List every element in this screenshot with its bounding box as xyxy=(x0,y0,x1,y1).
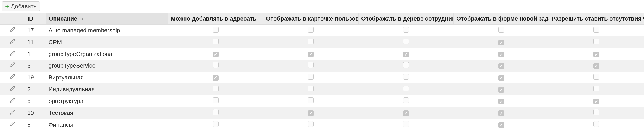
col-description[interactable]: Описание ▲ xyxy=(46,13,168,25)
checkbox[interactable] xyxy=(403,121,409,127)
checkbox[interactable] xyxy=(308,121,314,127)
cell-checkbox xyxy=(358,119,454,128)
cell-checkbox xyxy=(263,71,358,83)
checkbox[interactable] xyxy=(213,39,218,44)
checkbox[interactable] xyxy=(308,62,314,68)
col-id[interactable]: ID xyxy=(24,13,46,25)
table-row: 2Индивидуальная xyxy=(0,83,644,95)
cell-checkbox xyxy=(454,36,549,48)
checkbox[interactable] xyxy=(308,74,314,80)
checkbox[interactable] xyxy=(213,86,218,91)
checkbox[interactable] xyxy=(308,52,314,57)
checkbox[interactable] xyxy=(594,109,599,115)
cell-checkbox xyxy=(549,83,644,95)
table-row: 3groupTypeService xyxy=(0,60,644,71)
checkbox[interactable] xyxy=(213,109,218,115)
checkbox[interactable] xyxy=(213,121,218,127)
edit-cell xyxy=(0,119,24,128)
checkbox[interactable] xyxy=(594,52,599,57)
checkbox[interactable] xyxy=(498,40,504,46)
checkbox[interactable] xyxy=(403,86,409,91)
checkbox[interactable] xyxy=(498,99,504,104)
checkbox[interactable] xyxy=(594,121,599,127)
checkbox[interactable] xyxy=(403,62,409,68)
checkbox[interactable] xyxy=(594,27,599,33)
cell-checkbox xyxy=(454,107,549,119)
cell-checkbox xyxy=(358,48,454,60)
cell-checkbox xyxy=(263,83,358,95)
col-allow-absence-members[interactable]: Разрешить ставить отсутствия членам xyxy=(549,13,644,25)
checkbox[interactable] xyxy=(213,97,218,103)
checkbox[interactable] xyxy=(498,27,504,33)
checkbox[interactable] xyxy=(594,39,599,44)
checkbox[interactable] xyxy=(403,97,409,103)
checkbox[interactable] xyxy=(594,86,599,91)
cell-checkbox xyxy=(168,71,263,83)
pencil-icon[interactable] xyxy=(10,51,15,58)
checkbox[interactable] xyxy=(594,63,599,69)
cell-checkbox xyxy=(549,107,644,119)
pencil-icon[interactable] xyxy=(10,121,15,128)
cell-checkbox xyxy=(454,95,549,107)
cell-checkbox xyxy=(168,60,263,71)
checkbox[interactable] xyxy=(213,27,218,33)
checkbox[interactable] xyxy=(498,52,504,57)
cell-description: Финансы xyxy=(46,119,168,128)
cell-id: 11 xyxy=(24,36,46,48)
checkbox[interactable] xyxy=(498,63,504,69)
checkbox[interactable] xyxy=(403,110,409,116)
table-row: 17Auto managed membership xyxy=(0,25,644,37)
cell-checkbox xyxy=(454,71,549,83)
cell-id: 1 xyxy=(24,48,46,60)
table-row: 19Виртуальная xyxy=(0,71,644,83)
cell-checkbox xyxy=(454,60,549,71)
col-show-employee-tree[interactable]: Отображать в дереве сотрудников xyxy=(358,13,454,25)
checkbox[interactable] xyxy=(308,110,314,116)
cell-description: groupTypeOrganizational xyxy=(46,48,168,60)
edit-cell xyxy=(0,60,24,71)
pencil-icon[interactable] xyxy=(10,62,15,69)
checkbox[interactable] xyxy=(498,75,504,81)
checkbox[interactable] xyxy=(498,87,504,93)
checkbox[interactable] xyxy=(498,122,504,128)
table-row: 1groupTypeOrganizational xyxy=(0,48,644,60)
checkbox[interactable] xyxy=(308,39,314,44)
checkbox[interactable] xyxy=(213,75,218,81)
cell-checkbox xyxy=(454,83,549,95)
cell-checkbox xyxy=(168,119,263,128)
pencil-icon[interactable] xyxy=(10,86,15,93)
cell-id: 3 xyxy=(24,60,46,71)
col-show-new-task-form[interactable]: Отображать в форме новой задачи xyxy=(454,13,549,25)
checkbox[interactable] xyxy=(308,97,314,103)
checkbox[interactable] xyxy=(498,110,504,116)
checkbox[interactable] xyxy=(308,86,314,91)
checkbox[interactable] xyxy=(213,52,218,57)
cell-checkbox xyxy=(454,48,549,60)
cell-checkbox xyxy=(263,36,358,48)
cell-checkbox xyxy=(549,95,644,107)
cell-checkbox xyxy=(549,25,644,37)
cell-description: Тестовая xyxy=(46,107,168,119)
cell-checkbox xyxy=(358,60,454,71)
col-show-user-card[interactable]: Отображать в карточке пользователя xyxy=(263,13,358,25)
checkbox[interactable] xyxy=(403,52,409,57)
checkbox[interactable] xyxy=(403,39,409,44)
edit-cell xyxy=(0,25,24,37)
col-can-add-recipients[interactable]: Можно добавлять в адресаты xyxy=(168,13,263,25)
checkbox[interactable] xyxy=(594,99,599,104)
checkbox[interactable] xyxy=(403,74,409,80)
pencil-icon[interactable] xyxy=(10,110,15,116)
checkbox[interactable] xyxy=(403,27,409,33)
pencil-icon[interactable] xyxy=(10,27,15,34)
cell-checkbox xyxy=(549,119,644,128)
cell-id: 17 xyxy=(24,25,46,37)
add-button[interactable]: + Добавить xyxy=(2,1,40,11)
checkbox[interactable] xyxy=(594,74,599,80)
pencil-icon[interactable] xyxy=(10,39,15,46)
edit-cell xyxy=(0,95,24,107)
pencil-icon[interactable] xyxy=(10,98,15,105)
checkbox[interactable] xyxy=(213,62,218,68)
pencil-icon[interactable] xyxy=(10,74,15,81)
checkbox[interactable] xyxy=(308,27,314,33)
cell-id: 5 xyxy=(24,95,46,107)
